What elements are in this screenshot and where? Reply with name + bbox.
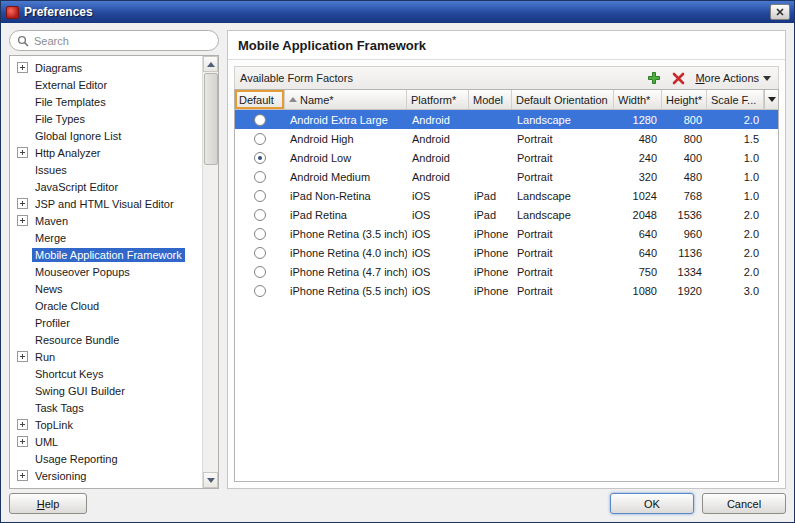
tree-item[interactable]: Merge	[10, 229, 218, 246]
table-row[interactable]: iPad RetinaiOSiPadLandscape204815362.0	[235, 205, 778, 224]
table-row[interactable]: Android Extra LargeAndroidLandscape12808…	[235, 110, 778, 129]
table-row[interactable]: iPhone Retina (3.5 inch)iOSiPhonePortrai…	[235, 224, 778, 243]
tree-item[interactable]: External Editor	[10, 76, 218, 93]
table-row[interactable]: Android HighAndroidPortrait4808001.5	[235, 129, 778, 148]
cell-model: iPad	[469, 190, 512, 202]
default-radio[interactable]	[254, 266, 266, 278]
tree-item[interactable]: File Types	[10, 110, 218, 127]
cancel-button[interactable]: Cancel	[702, 493, 786, 514]
more-actions-button[interactable]: More Actions	[693, 72, 773, 84]
cell-height: 800	[662, 133, 707, 145]
table-row[interactable]: Android MediumAndroidPortrait3204801.0	[235, 167, 778, 186]
column-header[interactable]: Height*	[662, 90, 707, 109]
tree-item[interactable]: Mouseover Popups	[10, 263, 218, 280]
tree-item[interactable]: UML	[10, 433, 218, 450]
tree-item-label: Shortcut Keys	[32, 367, 106, 381]
tree-item[interactable]: Task Tags	[10, 399, 218, 416]
tree-item[interactable]: JSP and HTML Visual Editor	[10, 195, 218, 212]
expand-icon[interactable]	[17, 62, 28, 73]
scroll-up-button[interactable]	[203, 56, 218, 72]
tree-item[interactable]: Usage Reporting	[10, 450, 218, 467]
ok-button[interactable]: OK	[610, 493, 694, 514]
default-radio[interactable]	[254, 133, 266, 145]
table-row[interactable]: iPad Non-RetinaiOSiPadLandscape10247681.…	[235, 186, 778, 205]
cell-height: 1920	[662, 285, 707, 297]
column-header[interactable]: Platform*	[407, 90, 469, 109]
tree-item-label: Http Analyzer	[32, 146, 103, 160]
column-header[interactable]: Model	[469, 90, 512, 109]
close-button[interactable]	[770, 4, 790, 20]
cell-default	[235, 209, 285, 221]
tree-item[interactable]: Maven	[10, 212, 218, 229]
tree-item[interactable]: Oracle Cloud	[10, 297, 218, 314]
table-row[interactable]: iPhone Retina (5.5 inch)iOSiPhonePortrai…	[235, 281, 778, 300]
tree-scrollbar[interactable]	[202, 56, 218, 488]
tree-item[interactable]: JavaScript Editor	[10, 178, 218, 195]
tree-item[interactable]: Versioning	[10, 467, 218, 484]
tree-item[interactable]: Global Ignore List	[10, 127, 218, 144]
search-icon	[17, 35, 29, 47]
scrollbar-thumb[interactable]	[204, 73, 218, 165]
tree-item[interactable]: Run	[10, 348, 218, 365]
column-header[interactable]: Scale F...	[707, 90, 764, 109]
tree-item[interactable]: File Templates	[10, 93, 218, 110]
default-radio[interactable]	[254, 247, 266, 259]
cell-scale: 2.0	[707, 266, 764, 278]
tree-item[interactable]: Shortcut Keys	[10, 365, 218, 382]
table-row[interactable]: iPhone Retina (4.7 inch)iOSiPhonePortrai…	[235, 262, 778, 281]
default-radio[interactable]	[254, 114, 266, 126]
cell-height: 1536	[662, 209, 707, 221]
tree-item-label: UML	[32, 435, 61, 449]
default-radio[interactable]	[254, 171, 266, 183]
default-radio[interactable]	[254, 152, 266, 164]
column-header[interactable]: Width*	[614, 90, 662, 109]
tree-spacer	[17, 453, 28, 464]
cell-name: iPad Non-Retina	[285, 190, 407, 202]
scroll-down-button[interactable]	[203, 472, 218, 488]
column-header[interactable]: Default	[235, 90, 285, 109]
expand-icon[interactable]	[17, 436, 28, 447]
default-radio[interactable]	[254, 209, 266, 221]
toolbar-label: Available Form Factors	[240, 72, 639, 84]
tree-item[interactable]: TopLink	[10, 416, 218, 433]
title-bar[interactable]: Preferences	[1, 1, 794, 23]
column-header[interactable]: Name*	[285, 90, 407, 109]
help-button-label: Help	[37, 498, 60, 510]
tree-spacer	[17, 164, 28, 175]
column-header-label: Name*	[300, 94, 334, 106]
expand-icon[interactable]	[17, 470, 28, 481]
tree-item-label: News	[32, 282, 66, 296]
expand-icon[interactable]	[17, 351, 28, 362]
default-radio[interactable]	[254, 228, 266, 240]
tree-item-label: Swing GUI Builder	[32, 384, 128, 398]
tree-item[interactable]: Issues	[10, 161, 218, 178]
add-form-factor-button[interactable]	[645, 69, 663, 87]
cell-width: 1024	[614, 190, 662, 202]
expand-icon[interactable]	[17, 419, 28, 430]
delete-form-factor-button[interactable]	[669, 69, 687, 87]
tree-item[interactable]: Swing GUI Builder	[10, 382, 218, 399]
tree-item[interactable]: Diagrams	[10, 59, 218, 76]
close-icon	[776, 8, 784, 16]
default-radio[interactable]	[254, 285, 266, 297]
expand-icon[interactable]	[17, 198, 28, 209]
cell-scale: 2.0	[707, 228, 764, 240]
tree-item[interactable]: Http Analyzer	[10, 144, 218, 161]
help-button[interactable]: Help	[9, 493, 87, 514]
cell-model: iPhone	[469, 247, 512, 259]
tree-item[interactable]: News	[10, 280, 218, 297]
cell-width: 750	[614, 266, 662, 278]
tree-spacer	[17, 317, 28, 328]
table-row[interactable]: Android LowAndroidPortrait2404001.0	[235, 148, 778, 167]
search-input[interactable]: Search	[9, 30, 219, 51]
default-radio[interactable]	[254, 190, 266, 202]
column-header[interactable]: Default Orientation	[512, 90, 614, 109]
tree-item[interactable]: Resource Bundle	[10, 331, 218, 348]
tree-item[interactable]: Profiler	[10, 314, 218, 331]
table-row[interactable]: iPhone Retina (4.0 inch)iOSiPhonePortrai…	[235, 243, 778, 262]
tree-item[interactable]: Mobile Application Framework	[10, 246, 218, 263]
cell-platform: iOS	[407, 190, 469, 202]
expand-icon[interactable]	[17, 147, 28, 158]
expand-icon[interactable]	[17, 215, 28, 226]
column-selector-button[interactable]	[764, 90, 778, 109]
